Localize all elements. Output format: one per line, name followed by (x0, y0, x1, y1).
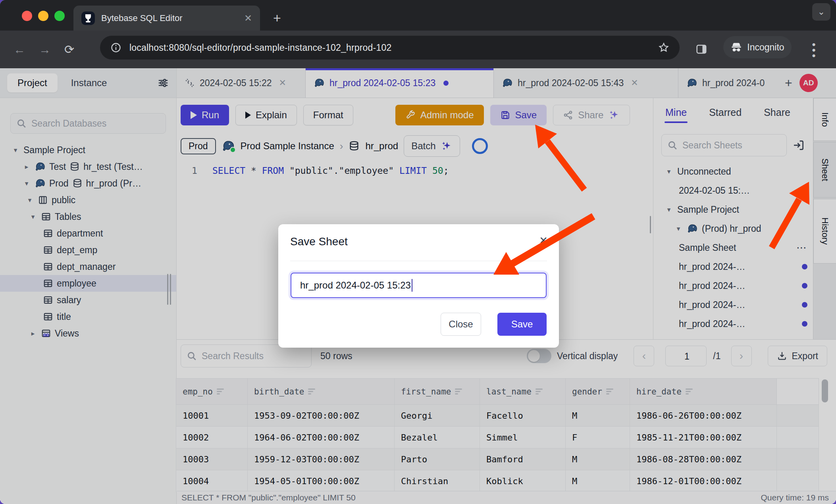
cell[interactable]: F (566, 427, 630, 448)
tree-database-row-test[interactable]: ▸ Test hr_test (Test… (0, 158, 176, 175)
database-name[interactable]: hr_prod (365, 140, 398, 152)
cell[interactable]: M (566, 405, 630, 427)
tree-table-row[interactable]: dept_manager (0, 258, 176, 275)
sheet-connection-row[interactable]: ▾ (Prod) hr_prod (653, 219, 813, 238)
caret-right-icon[interactable]: ▸ (22, 163, 31, 171)
prev-page-button[interactable]: ‹ (634, 346, 654, 366)
results-search-input[interactable] (201, 350, 306, 362)
sheet-item[interactable]: hr_prod 2024-… (653, 295, 813, 314)
scrollbar-thumb[interactable] (822, 379, 828, 402)
cell[interactable]: Georgi (395, 405, 480, 427)
caret-down-icon[interactable]: ▾ (665, 167, 673, 176)
sort-icon[interactable] (308, 389, 315, 394)
cell[interactable]: M (566, 448, 630, 470)
table-row[interactable]: 100011953-09-02T00:00:00ZGeorgiFacelloM1… (176, 405, 819, 427)
sort-icon[interactable] (455, 389, 462, 394)
cell[interactable]: 1954-05-01T00:00:00Z (248, 470, 395, 492)
caret-down-icon[interactable]: ▾ (11, 146, 20, 154)
import-sheet-icon[interactable] (792, 139, 805, 152)
database-search[interactable] (10, 113, 166, 134)
zoom-window-button[interactable] (54, 11, 65, 21)
cell[interactable]: Koblick (480, 470, 566, 492)
bookmark-star-icon[interactable] (658, 42, 669, 53)
browser-tab[interactable]: Bytebase SQL Editor ✕ (73, 6, 260, 31)
cell[interactable]: 1986-12-01T00:00:00Z (630, 470, 777, 492)
tree-table-row[interactable]: salary (0, 292, 176, 308)
tab-search-chevron-icon[interactable]: ⌄ (812, 3, 830, 21)
vertical-display-toggle[interactable] (527, 349, 551, 363)
tab-info[interactable]: Info (813, 98, 836, 141)
page-number-field[interactable] (665, 346, 707, 366)
sheet-item[interactable]: 2024-02-05 15:… (653, 181, 813, 200)
tab-instance[interactable]: Instance (61, 73, 118, 92)
save-button[interactable]: Save (490, 105, 547, 125)
format-button[interactable]: Format (303, 105, 353, 125)
address-bar[interactable]: localhost:8080/sql-editor/prod-sample-in… (100, 36, 680, 60)
sql-editor-line[interactable]: 1 SELECT * FROM "public"."employee" LIMI… (177, 163, 653, 179)
forward-icon[interactable]: → (39, 43, 51, 56)
tree-table-row[interactable]: department (0, 225, 176, 242)
cell[interactable]: 10001 (176, 405, 248, 427)
caret-down-icon[interactable]: ▾ (22, 179, 31, 188)
caret-right-icon[interactable]: ▸ (29, 329, 37, 338)
back-icon[interactable]: ← (13, 43, 25, 56)
page-number-input[interactable] (666, 346, 708, 367)
column-header[interactable]: last_name (480, 379, 566, 405)
minimize-window-button[interactable] (38, 11, 48, 21)
cell[interactable]: 10003 (176, 448, 248, 470)
cell[interactable]: 1964-06-02T00:00:00Z (248, 427, 395, 448)
table-row[interactable]: 100021964-06-02T00:00:00ZBezalelSimmelF1… (176, 427, 819, 448)
sheet-group-project[interactable]: ▾ Sample Project (653, 200, 813, 219)
tab-mine[interactable]: Mine (665, 107, 687, 118)
filter-sliders-icon[interactable] (157, 77, 169, 89)
tab-share[interactable]: Share (764, 107, 790, 118)
sort-icon[interactable] (536, 389, 543, 394)
tree-database-row-prod[interactable]: ▾ Prod hr_prod (Pr… (0, 175, 176, 192)
cell[interactable]: Simmel (480, 427, 566, 448)
sheet-search[interactable] (661, 134, 787, 156)
tab-history[interactable]: History (813, 199, 836, 264)
cell[interactable]: M (566, 470, 630, 492)
site-info-icon[interactable] (110, 42, 121, 53)
instance-name[interactable]: Prod Sample Instance (241, 140, 334, 152)
tab-sheet[interactable]: Sheet (813, 142, 836, 198)
cell[interactable]: Chirstian (395, 470, 480, 492)
batch-button[interactable]: Batch (404, 135, 460, 157)
cell[interactable]: 1986-08-28T00:00:00Z (630, 448, 777, 470)
worksheet-tab[interactable]: hr_prod 2024-0 (678, 68, 778, 98)
worksheet-tab[interactable]: 2024-02-05 15:22 ✕ (177, 68, 306, 98)
column-header[interactable]: gender (566, 379, 630, 405)
caret-down-icon[interactable]: ▾ (665, 206, 673, 214)
column-header[interactable]: birth_date (248, 379, 395, 405)
sheet-group-unconnected[interactable]: ▾ Unconnected (653, 162, 813, 181)
cell[interactable]: 1959-12-03T00:00:00Z (248, 448, 395, 470)
sidebar-resize-handle[interactable] (167, 274, 173, 306)
cell[interactable]: 1986-06-26T00:00:00Z (630, 405, 777, 427)
caret-down-icon[interactable]: ▾ (674, 225, 683, 233)
cell[interactable]: 1953-09-02T00:00:00Z (248, 405, 395, 427)
side-panel-icon[interactable] (695, 43, 707, 55)
column-header[interactable]: hire_date (630, 379, 777, 405)
new-worksheet-button[interactable]: + (778, 76, 799, 90)
database-search-input[interactable] (31, 118, 160, 129)
dialog-close-icon[interactable]: ✕ (539, 235, 548, 247)
cell[interactable]: Parto (395, 448, 480, 470)
sheet-item[interactable]: Sample Sheet ⋯ (653, 238, 813, 257)
sheet-panel-resize-handle[interactable] (650, 216, 653, 235)
reload-icon[interactable]: ⟳ (64, 42, 74, 56)
dialog-close-button[interactable]: Close (441, 313, 481, 336)
cell[interactable]: 10004 (176, 470, 248, 492)
worksheet-tab-active[interactable]: hr_prod 2024-02-05 15:23 (306, 68, 494, 98)
sort-icon[interactable] (217, 389, 224, 394)
sort-icon[interactable] (686, 389, 693, 394)
results-scrollbar[interactable] (822, 379, 828, 480)
tree-schema-row[interactable]: ▾ public (0, 192, 176, 208)
cell[interactable]: 1985-11-21T00:00:00Z (630, 427, 777, 448)
cell[interactable]: Bamford (480, 448, 566, 470)
table-row[interactable]: 100031959-12-03T00:00:00ZPartoBamfordM19… (176, 448, 819, 470)
sheet-name-field[interactable]: hr_prod 2024-02-05 15:23 (291, 273, 547, 298)
caret-down-icon[interactable]: ▾ (25, 196, 34, 204)
run-button[interactable]: Run (181, 105, 229, 125)
cell[interactable]: Facello (480, 405, 566, 427)
table-row[interactable]: 100041954-05-01T00:00:00ZChirstianKoblic… (176, 470, 819, 492)
